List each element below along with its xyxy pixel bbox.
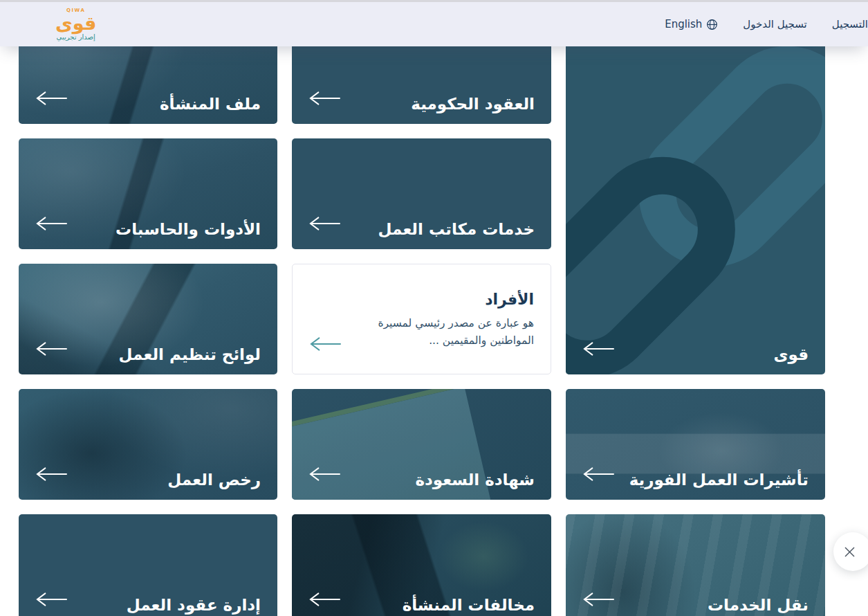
card-title: لوائح تنظيم العمل bbox=[119, 345, 261, 363]
card-description: هو عبارة عن مصدر رئيسي لمسيرة المواطنين … bbox=[322, 308, 551, 350]
card-individuals[interactable]: الأفراد هو عبارة عن مصدر رئيسي لمسيرة ال… bbox=[292, 264, 551, 374]
card-instant-work-visas[interactable]: تأشيرات العمل الفورية bbox=[566, 389, 825, 500]
card-title: إدارة عقود العمل bbox=[127, 596, 261, 614]
site-header: English تسجيل الدخول التسجيل QIWA قوى إص… bbox=[0, 2, 868, 46]
login-link-label: تسجيل الدخول bbox=[743, 18, 806, 30]
card-saudization-certificate[interactable]: شهادة السعودة bbox=[292, 389, 551, 500]
close-icon bbox=[844, 547, 855, 557]
services-grid-section: قوى العقود الحكومية ملف المنشأة خدمات مك… bbox=[0, 13, 868, 616]
login-link[interactable]: تسجيل الدخول bbox=[743, 18, 806, 30]
card-title: الأدوات والحاسبات bbox=[116, 220, 261, 238]
register-link[interactable]: التسجيل bbox=[832, 18, 868, 30]
services-grid: قوى العقود الحكومية ملف المنشأة خدمات مك… bbox=[0, 13, 868, 616]
card-title: العقود الحكومية bbox=[411, 95, 535, 113]
card-title: ملف المنشأة bbox=[160, 95, 261, 113]
card-title: خدمات مكاتب العمل bbox=[378, 220, 535, 238]
left-arrow-icon bbox=[308, 91, 340, 109]
left-arrow-icon bbox=[309, 336, 341, 354]
qiwa-logo-mark: قوى bbox=[55, 14, 96, 33]
globe-icon bbox=[706, 19, 718, 30]
left-arrow-icon bbox=[35, 592, 67, 610]
card-title: رخص العمل bbox=[167, 471, 261, 489]
card-title: قوى bbox=[773, 345, 809, 363]
card-title: مخالفات المنشأة bbox=[403, 596, 535, 614]
left-arrow-icon bbox=[582, 592, 614, 610]
card-work-regulations[interactable]: لوائح تنظيم العمل bbox=[19, 264, 277, 374]
qiwa-chain-logo-watermark bbox=[566, 13, 825, 374]
left-arrow-icon bbox=[35, 466, 67, 484]
left-arrow-icon bbox=[35, 91, 67, 109]
window-top-divider bbox=[0, 0, 868, 2]
card-employment-contracts-management[interactable]: إدارة عقود العمل bbox=[19, 514, 277, 616]
card-title: تأشيرات العمل الفورية bbox=[629, 471, 809, 489]
language-switch-label: English bbox=[665, 18, 702, 30]
left-arrow-icon bbox=[582, 341, 614, 359]
language-switch[interactable]: English bbox=[665, 18, 718, 30]
card-title: نقل الخدمات bbox=[708, 596, 809, 614]
card-title: الأفراد bbox=[293, 264, 551, 308]
card-labor-offices-services[interactable]: خدمات مكاتب العمل bbox=[292, 138, 551, 249]
register-link-label: التسجيل bbox=[832, 18, 868, 30]
card-title: شهادة السعودة bbox=[415, 471, 535, 489]
left-arrow-icon bbox=[308, 592, 340, 610]
qiwa-logo[interactable]: QIWA قوى إصدار تجريبي bbox=[55, 8, 96, 41]
card-qiwa[interactable]: قوى bbox=[566, 13, 825, 374]
card-work-permits[interactable]: رخص العمل bbox=[19, 389, 277, 500]
card-tools-calculators[interactable]: الأدوات والحاسبات bbox=[19, 138, 277, 249]
card-services-transfer[interactable]: نقل الخدمات bbox=[566, 514, 825, 616]
qiwa-logo-subtitle: إصدار تجريبي bbox=[57, 34, 95, 41]
header-nav: English تسجيل الدخول التسجيل bbox=[636, 18, 868, 30]
left-arrow-icon bbox=[35, 216, 67, 234]
card-establishment-violations[interactable]: مخالفات المنشأة bbox=[292, 514, 551, 616]
left-arrow-icon bbox=[35, 341, 67, 359]
close-widget-button[interactable] bbox=[833, 532, 868, 571]
left-arrow-icon bbox=[308, 216, 340, 234]
left-arrow-icon bbox=[308, 466, 340, 484]
left-arrow-icon bbox=[582, 466, 614, 484]
